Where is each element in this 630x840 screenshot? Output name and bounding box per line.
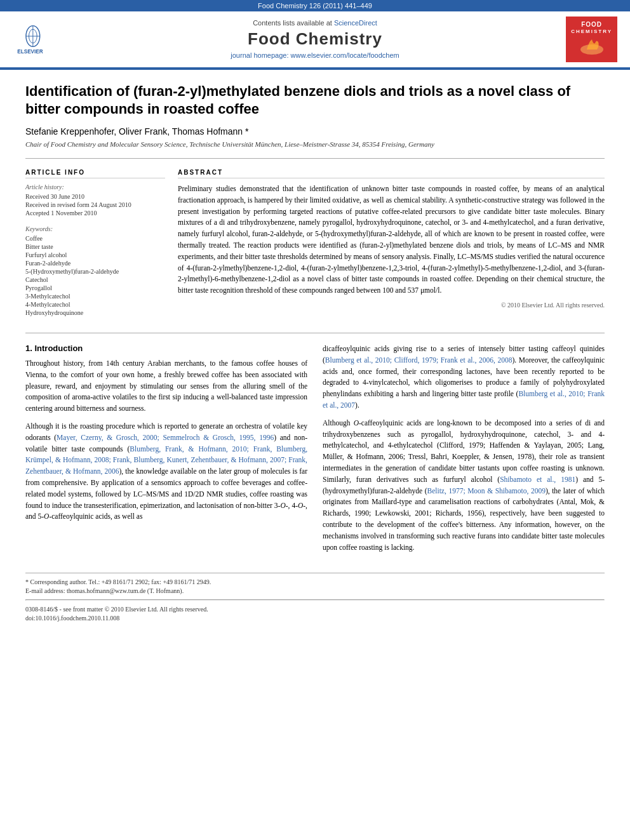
ref-blumberg[interactable]: Blumberg, Frank, & Hofmann, 2010; Frank,… xyxy=(25,445,307,476)
accepted-date: Accepted 1 November 2010 xyxy=(25,210,165,217)
homepage-prefix: journal homepage: xyxy=(231,51,290,59)
abstract-col: ABSTRACT Preliminary studies demonstrate… xyxy=(178,169,605,323)
fc-chemistry-text: CHEMISTRY xyxy=(571,29,612,35)
email-note: E-mail address: thomas.hofmann@wzw.tum.d… xyxy=(25,587,605,594)
intro-para2: Although it is the roasting procedure wh… xyxy=(25,421,307,523)
intro-number: 1. xyxy=(25,343,32,353)
authors-text: Stefanie Kreppenhofer, Oliver Frank, Tho… xyxy=(25,126,248,137)
info-abstract-cols: ARTICLE INFO Article history: Received 3… xyxy=(25,169,605,323)
article-info-header: ARTICLE INFO xyxy=(25,169,165,178)
affiliation: Chair of Food Chemistry and Molecular Se… xyxy=(25,140,605,148)
ref-blumberg3[interactable]: Blumberg et al., 2010; Frank et al., 200… xyxy=(323,390,605,409)
journal-title: Food Chemistry xyxy=(83,29,547,49)
doi-note: doi:10.1016/j.foodchem.2010.11.008 xyxy=(25,615,605,622)
intro-para4: Although O-caffeoylquinic acids are long… xyxy=(323,418,605,554)
keyword-2: Furfuryl alcohol xyxy=(25,251,165,258)
food-chemistry-logo-box: FOOD CHEMISTRY xyxy=(547,17,617,62)
keyword-8: 4-Methylcatechol xyxy=(25,301,165,308)
ref-shibamoto[interactable]: Shibamoto et al., 1981 xyxy=(500,476,575,483)
journal-header-center: Contents lists available at ScienceDirec… xyxy=(83,19,547,59)
received-date: Received 30 June 2010 xyxy=(25,193,165,200)
corresponding-note: * Corresponding author. Tel.: +49 8161/7… xyxy=(25,578,605,585)
science-direct-link[interactable]: ScienceDirect xyxy=(334,19,377,27)
fc-logo: FOOD CHEMISTRY xyxy=(566,17,617,62)
section-divider-2 xyxy=(25,333,605,333)
contents-prefix: Contents lists available at xyxy=(253,19,334,27)
svg-text:ELSEVIER: ELSEVIER xyxy=(17,49,43,55)
keyword-6: Pyrogallol xyxy=(25,284,165,291)
section-divider-1 xyxy=(25,158,605,159)
top-bar: Food Chemistry 126 (2011) 441–449 xyxy=(0,0,630,11)
authors: Stefanie Kreppenhofer, Oliver Frank, Tho… xyxy=(25,126,605,137)
journal-homepage: journal homepage: www.elsevier.com/locat… xyxy=(83,51,547,59)
journal-header: ELSEVIER Contents lists available at Sci… xyxy=(0,11,630,69)
keyword-1: Bitter taste xyxy=(25,243,165,250)
intro-para3: dicaffeoylquinic acids giving rise to a … xyxy=(323,343,605,411)
fc-food-text: FOOD xyxy=(571,20,612,29)
contents-line: Contents lists available at ScienceDirec… xyxy=(83,19,547,27)
abstract-header: ABSTRACT xyxy=(178,169,605,178)
elsevier-logo: ELSEVIER xyxy=(13,23,83,55)
article-history: Article history: Received 30 June 2010 R… xyxy=(25,183,165,217)
introduction-right: dicaffeoylquinic acids giving rise to a … xyxy=(323,343,605,560)
intro-label: Introduction xyxy=(34,343,83,353)
footer-divider xyxy=(25,599,605,601)
article-title: Identification of (furan-2-yl)methylated… xyxy=(25,83,605,119)
article-content: Identification of (furan-2-yl)methylated… xyxy=(0,70,630,636)
copyright-line: © 2010 Elsevier Ltd. All rights reserved… xyxy=(178,302,605,309)
introduction-left: 1. Introduction Throughout history, from… xyxy=(25,343,307,560)
keyword-4: 5-(Hydroxymethyl)furan-2-aldehyde xyxy=(25,268,165,275)
keywords-section: Keywords: Coffee Bitter taste Furfuryl a… xyxy=(25,225,165,316)
keyword-0: Coffee xyxy=(25,235,165,242)
elsevier-svg-logo: ELSEVIER xyxy=(13,23,76,55)
homepage-url[interactable]: www.elsevier.com/locate/foodchem xyxy=(291,51,399,59)
intro-title: 1. Introduction xyxy=(25,343,307,353)
ref-blumberg2[interactable]: Blumberg et al., 2010; Clifford, 1979; F… xyxy=(325,356,513,364)
keyword-7: 3-Methylcatechol xyxy=(25,293,165,300)
article-info-col: ARTICLE INFO Article history: Received 3… xyxy=(25,169,165,323)
footer-notes: * Corresponding author. Tel.: +49 8161/7… xyxy=(25,573,605,622)
intro-para1: Throughout history, from 14th century Ar… xyxy=(25,358,307,415)
received-revised-date: Received in revised form 24 August 2010 xyxy=(25,201,165,208)
issn-note: 0308-8146/$ - see front matter © 2010 El… xyxy=(25,606,605,613)
keyword-9: Hydroxyhydroquinone xyxy=(25,309,165,316)
abstract-text: Preliminary studies demonstrated that th… xyxy=(178,183,605,297)
ref-mayer[interactable]: Mayer, Czerny, & Grosch, 2000; Semmelroc… xyxy=(57,434,274,441)
fc-flame-icon xyxy=(573,37,611,56)
keywords-label: Keywords: xyxy=(25,225,165,232)
abstract-section: Preliminary studies demonstrated that th… xyxy=(178,183,605,309)
journal-citation: Food Chemistry 126 (2011) 441–449 xyxy=(258,2,372,10)
ref-belitz[interactable]: Belitz, 1977; Moon & Shibamoto, 2009 xyxy=(427,487,546,495)
introduction-section: 1. Introduction Throughout history, from… xyxy=(25,343,605,560)
history-label: Article history: xyxy=(25,183,165,190)
keyword-3: Furan-2-aldehyde xyxy=(25,260,165,267)
keyword-5: Catechol xyxy=(25,276,165,283)
